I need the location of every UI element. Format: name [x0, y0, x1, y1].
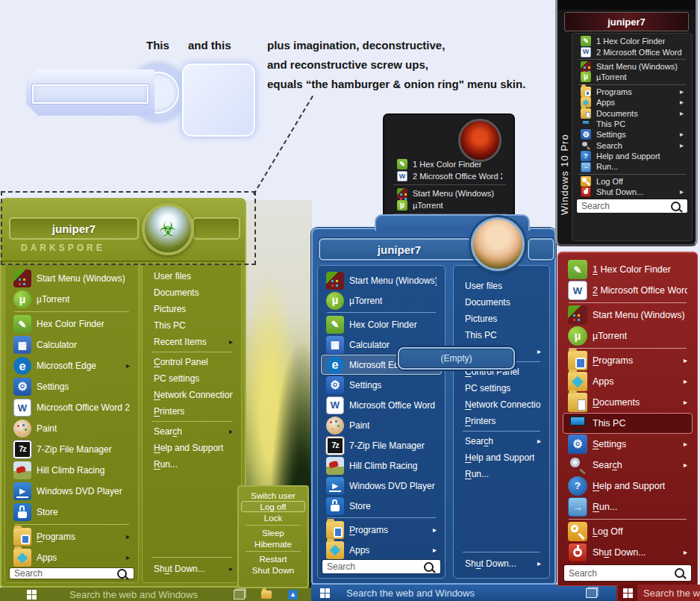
1-hex-color-finder-item[interactable]: 1 Hex Color Finder [575, 36, 689, 46]
demon-avatar[interactable] [458, 119, 501, 162]
start-button[interactable] [618, 585, 637, 601]
settings-item[interactable]: Settings▸ [563, 434, 693, 455]
windows-logo-icon[interactable] [27, 590, 37, 600]
7-zip-file-manager-item[interactable]: 7-Zip File Manager [8, 439, 135, 460]
this-pc-item[interactable]: This PC [457, 327, 546, 343]
settings-item[interactable]: Settings [8, 376, 135, 397]
µtorrent-item[interactable]: µTorrent [392, 199, 507, 211]
pc-settings-item[interactable]: PC settings [457, 380, 546, 396]
shut-down-item[interactable]: Shut Down...▸ [575, 187, 689, 197]
run-item[interactable]: Run... [563, 496, 693, 517]
search-item[interactable]: Search▸ [457, 433, 546, 449]
log-off-item[interactable]: Log Off [563, 521, 693, 542]
windows-dvd-player-item[interactable]: Windows DVD Player [321, 476, 442, 496]
help-and-support-item[interactable]: Help and Support [575, 151, 689, 161]
start-menu-windows-item[interactable]: Start Menu (Windows) [392, 187, 507, 199]
shut-down-item[interactable]: Shut Down...▸ [457, 554, 546, 573]
control-panel-item[interactable]: Control Panel [146, 354, 238, 370]
help-and-support-item[interactable]: Help and Support [457, 449, 546, 466]
start-menu-windows-item[interactable]: Start Menu (Windows) [8, 268, 135, 289]
search-input[interactable]: Search [322, 560, 440, 573]
this-pc-item[interactable]: This PC [575, 119, 689, 129]
2-microsoft-office-word-2007-item[interactable]: 2 Microsoft Office Word 2007 [392, 170, 507, 182]
start-menu-windows-item[interactable]: Start Menu (Windows) [575, 61, 689, 72]
calculator-item[interactable]: Calculator [8, 334, 135, 355]
µtorrent-item[interactable]: µTorrent [8, 289, 135, 310]
network-connections-item[interactable]: Network Connections [457, 396, 546, 413]
paint-item[interactable]: Paint [8, 418, 135, 439]
network-connections-item[interactable]: Network Connections [146, 387, 238, 403]
programs-item[interactable]: Programs▸ [575, 87, 689, 97]
taskbar-search-text[interactable]: Search the web and Windows [69, 589, 198, 600]
documents-item[interactable]: Documents▸ [575, 108, 689, 118]
user-avatar[interactable] [471, 217, 525, 271]
documents-item[interactable]: Documents▸ [563, 392, 693, 413]
start-menu-windows-item[interactable]: Start Menu (Windows) [563, 305, 693, 326]
shut-down-item[interactable]: Shut Down...▸ [563, 542, 693, 563]
pc-settings-item[interactable]: PC settings [146, 370, 238, 387]
documents-item[interactable]: Documents [146, 284, 238, 301]
search-item[interactable]: Search▸ [146, 423, 238, 440]
µtorrent-item[interactable]: µTorrent [321, 290, 442, 311]
search-item[interactable]: Search▸ [563, 455, 693, 476]
store-item[interactable]: Store [321, 496, 442, 516]
printers-item[interactable]: Printers [146, 403, 238, 420]
microsoft-office-word-2007-item[interactable]: Microsoft Office Word 2007 [321, 395, 442, 415]
start-menu-windows-item[interactable]: Start Menu (Windows) [321, 270, 442, 290]
apps-item[interactable]: Apps▸ [563, 371, 693, 392]
run-item[interactable]: Run... [146, 456, 238, 473]
programs-item[interactable]: Programs▸ [321, 520, 442, 540]
log-off-item[interactable]: Log Off [575, 176, 689, 187]
task-view-icon[interactable] [586, 588, 597, 598]
settings-item[interactable]: Settings [321, 375, 442, 395]
recent-items-item[interactable]: Recent Items▸ [146, 334, 238, 350]
windows-logo-icon[interactable] [320, 588, 330, 598]
sleep-item[interactable]: Sleep [241, 527, 305, 538]
store-item[interactable]: Store [8, 502, 135, 523]
search-input[interactable]: Search [10, 568, 134, 579]
hill-climb-racing-item[interactable]: Hill Climb Racing [321, 455, 442, 476]
apps-item[interactable]: Apps▸ [8, 547, 135, 568]
printers-item[interactable]: Printers [457, 413, 546, 429]
microsoft-edge-item[interactable]: Microsoft Edge▸ [8, 355, 135, 376]
taskbar-search-text[interactable]: Search the web and Windows [643, 588, 700, 599]
programs-item[interactable]: Programs▸ [563, 350, 693, 371]
microsoft-office-word-2007-item[interactable]: Microsoft Office Word 2007 [8, 397, 135, 418]
2-microsoft-office-word-2007-item[interactable]: 2 Microsoft Office Word 2007 [575, 46, 689, 57]
apps-item[interactable]: Apps▸ [321, 540, 442, 560]
hill-climb-racing-item[interactable]: Hill Climb Racing [8, 460, 135, 481]
restart-item[interactable]: Restart [241, 553, 305, 564]
app-taskbar-icon[interactable]: ▲ [288, 590, 298, 600]
this-pc-item[interactable]: This PC [146, 317, 238, 334]
settings-item[interactable]: Settings▸ [575, 129, 689, 140]
search-icon[interactable] [671, 202, 681, 211]
folder-taskbar-icon[interactable] [261, 591, 272, 599]
help-and-support-item[interactable]: Help and Support [146, 440, 238, 456]
1-hex-color-finder-item[interactable]: 1 Hex Color Finder [392, 158, 507, 170]
programs-item[interactable]: Programs▸ [8, 526, 135, 547]
search-item[interactable]: Search▸ [575, 140, 689, 151]
documents-item[interactable]: Documents [457, 294, 546, 311]
user-files-item[interactable]: User files [146, 268, 238, 284]
taskbar-search-text[interactable]: Search the web and Windows [346, 588, 475, 599]
task-view-icon[interactable] [234, 590, 245, 600]
search-icon[interactable] [117, 569, 127, 579]
switch-user-item[interactable]: Switch user [241, 490, 305, 501]
windows-dvd-player-item[interactable]: Windows DVD Player [8, 481, 135, 502]
search-icon[interactable] [675, 568, 684, 578]
pictures-item[interactable]: Pictures [457, 311, 546, 327]
biohazard-avatar[interactable] [142, 203, 194, 255]
hibernate-item[interactable]: Hibernate [241, 538, 305, 549]
7-zip-file-manager-item[interactable]: 7-Zip File Manager [321, 435, 442, 455]
pictures-item[interactable]: Pictures [146, 301, 238, 317]
help-and-support-item[interactable]: Help and Support [563, 476, 693, 496]
shut-down-item[interactable]: Shut Down...▸ [146, 559, 238, 579]
hex-color-finder-item[interactable]: Hex Color Finder [321, 314, 442, 334]
user-files-item[interactable]: User files [457, 278, 546, 294]
search-input[interactable]: Search [577, 199, 687, 213]
run-item[interactable]: Run... [457, 466, 546, 482]
this-pc-item[interactable]: This PC [563, 413, 693, 434]
µtorrent-item[interactable]: µTorrent [575, 72, 689, 82]
log-off-item[interactable]: Log off [241, 501, 305, 512]
µtorrent-item[interactable]: µTorrent [563, 326, 693, 346]
